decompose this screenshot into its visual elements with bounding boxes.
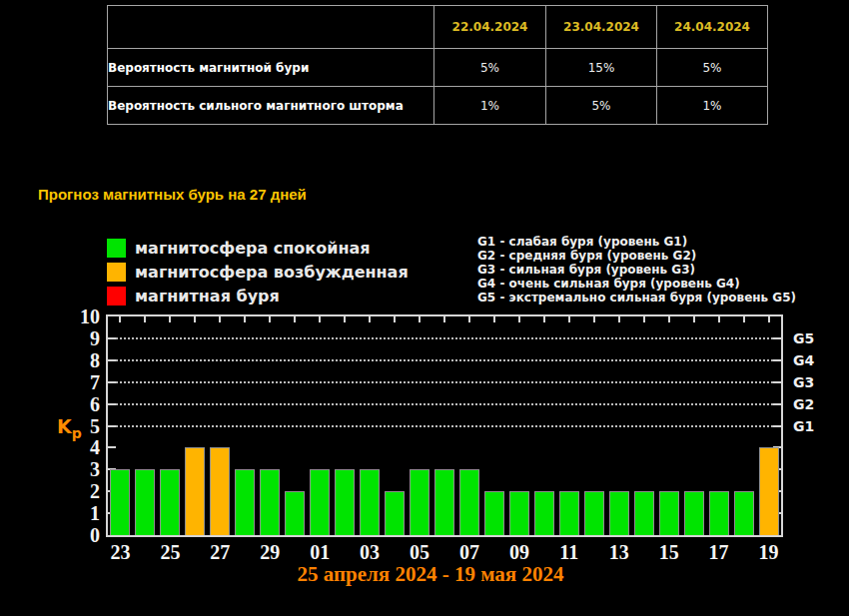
g-level-line: G5 - экстремально сильная буря (уровень … [477, 291, 796, 305]
y-tick-label: 1 [28, 502, 100, 524]
kp-bar [559, 491, 579, 535]
table-row: Вероятность магнитной бури 5% 15% 5% [108, 49, 768, 87]
y-axis-tick [108, 337, 116, 339]
x-tick-label: 15 [647, 541, 691, 564]
gridline-kp5 [108, 425, 781, 427]
table-date-header: 23.04.2024 [546, 6, 657, 49]
kp-bar [459, 469, 479, 535]
excited-color-swatch [107, 263, 126, 282]
gridline-kp8 [108, 359, 781, 361]
day-tick [119, 316, 121, 322]
y-axis-labels: 012345678910 [28, 314, 100, 537]
day-tick [219, 316, 221, 322]
x-tick-label: 01 [298, 541, 342, 564]
y-axis-tick [773, 403, 781, 405]
day-tick [693, 316, 695, 322]
kp-bar [434, 469, 454, 535]
y-axis-tick [773, 359, 781, 361]
kp-bar [385, 491, 405, 535]
legend-item-storm: магнитная буря [107, 284, 409, 308]
legend-label: магнитная буря [135, 287, 280, 306]
y-tick-label: 10 [28, 306, 100, 327]
g-scale-label-g4: G4 [793, 351, 814, 369]
day-tick [468, 316, 470, 322]
day-tick [768, 316, 770, 322]
kp-bar [584, 491, 604, 535]
day-tick [618, 316, 620, 322]
g-scale-labels: G5G4G3G2G1 [793, 314, 849, 537]
kp-bar [634, 491, 654, 535]
x-tick-label: 09 [497, 541, 541, 564]
y-tick-label: 2 [28, 480, 100, 502]
row-label-storm-probability: Вероятность магнитной бури [108, 49, 434, 87]
kp-bar [260, 469, 280, 535]
y-tick-label: 7 [28, 371, 100, 393]
y-axis-tick [108, 425, 116, 427]
legend-label: магнитосфера спокойная [135, 239, 371, 258]
y-tick-label: 6 [28, 393, 100, 415]
probability-value: 5% [434, 49, 546, 87]
day-tick [294, 316, 296, 322]
section-title: Прогноз магнитных бурь на 27 дней [38, 186, 307, 203]
kp-bar [210, 447, 230, 535]
day-tick [419, 316, 421, 322]
x-tick-label: 13 [597, 541, 641, 564]
g-level-descriptions: G1 - слабая буря (уровень G1) G2 - средн… [477, 235, 796, 305]
x-tick-label: 19 [747, 541, 791, 564]
g-scale-label-g1: G1 [793, 417, 814, 435]
x-tick-label: 11 [547, 541, 591, 564]
kp-bar [759, 447, 779, 535]
kp-bar [135, 469, 155, 535]
x-axis-labels: 2325272901030507091113151719 [106, 541, 783, 563]
kp-bar [185, 447, 205, 535]
kp-bar [484, 491, 504, 535]
kp-bar [734, 491, 754, 535]
day-tick [169, 316, 171, 322]
row-label-severe-storm-probability: Вероятность сильного магнитного шторма [108, 87, 434, 125]
table-date-header: 22.04.2024 [434, 6, 546, 49]
day-tick [369, 316, 371, 322]
g-level-line: G4 - очень сильная буря (уровень G4) [477, 277, 796, 291]
x-tick-label: 03 [348, 541, 392, 564]
g-level-line: G1 - слабая буря (уровень G1) [477, 235, 796, 249]
day-tick [568, 316, 570, 322]
kp-bar [235, 469, 255, 535]
probability-value: 1% [434, 87, 546, 125]
y-axis-tick [773, 425, 781, 427]
kp-bar [410, 469, 429, 535]
x-tick-label: 05 [398, 541, 441, 564]
kp-bar [335, 469, 355, 535]
gridline-kp6 [108, 403, 781, 405]
plot-area [106, 314, 783, 537]
day-tick [518, 316, 520, 322]
day-tick [194, 316, 196, 322]
kp-bar [360, 469, 380, 535]
probability-value: 15% [546, 49, 657, 87]
g-level-line: G2 - средняя буря (уровень G2) [477, 249, 796, 263]
g-scale-label-g2: G2 [793, 395, 814, 413]
y-axis-tick [773, 381, 781, 383]
kp-bar [110, 469, 130, 535]
kp-bar [310, 469, 330, 535]
y-axis-tick [108, 446, 116, 448]
gridline-kp9 [108, 337, 781, 339]
table-row: Вероятность сильного магнитного шторма 1… [108, 87, 768, 125]
x-tick-label: 23 [98, 541, 142, 564]
day-tick [743, 316, 745, 322]
x-tick-label: 27 [198, 541, 242, 564]
chart-legend: магнитосфера спокойная магнитосфера возб… [107, 236, 409, 308]
kp-bar [709, 491, 729, 535]
x-tick-label: 29 [248, 541, 292, 564]
x-tick-label: 25 [148, 541, 192, 564]
kp-bar [659, 491, 679, 535]
table-date-header: 24.04.2024 [657, 6, 768, 49]
g-scale-label-g3: G3 [793, 373, 814, 391]
g-level-line: G3 - сильная буря (уровень G3) [477, 263, 796, 277]
y-tick-label: 8 [28, 349, 100, 371]
y-tick-label: 3 [28, 458, 100, 480]
y-axis-tick [108, 359, 116, 361]
day-tick [543, 316, 545, 322]
y-axis-tick [773, 337, 781, 339]
probability-value: 1% [657, 87, 768, 125]
legend-label: магнитосфера возбужденная [135, 263, 409, 282]
